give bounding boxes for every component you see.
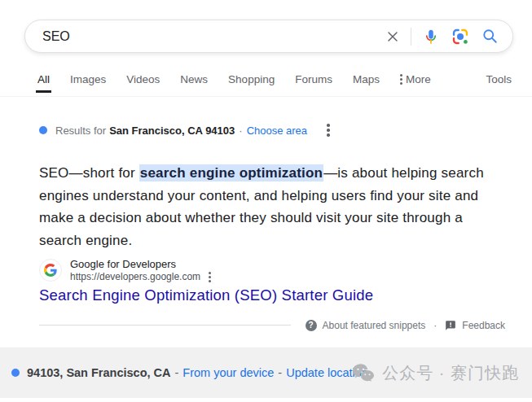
footer-location-dot-icon — [11, 369, 20, 377]
tab-all[interactable]: All — [36, 73, 51, 93]
tab-more[interactable]: More — [398, 73, 433, 93]
result-tabs: All Images Videos News Shopping Forums M… — [37, 73, 512, 93]
tab-news[interactable]: News — [178, 73, 209, 93]
clear-icon[interactable] — [383, 27, 402, 46]
snippet-before: SEO—short for — [39, 165, 139, 181]
choose-area-link[interactable]: Choose area — [247, 125, 307, 137]
location-value: San Francisco, CA 94103 — [109, 125, 235, 137]
header-divider — [0, 96, 532, 97]
location-separator: · — [239, 125, 242, 137]
footer-bar: 94103, San Francisco, CA - From your dev… — [0, 347, 532, 398]
tab-shopping[interactable]: Shopping — [226, 73, 276, 93]
tab-more-label: More — [406, 73, 431, 85]
help-icon[interactable]: ? — [306, 320, 317, 331]
from-your-device-label: From your device — [182, 366, 274, 379]
tools-button[interactable]: Tools — [484, 73, 513, 93]
tab-images[interactable]: Images — [68, 73, 108, 93]
about-featured-snippets-link[interactable]: About featured snippets — [323, 320, 426, 331]
google-lens-icon[interactable] — [451, 27, 470, 46]
source-text-block: Google for Developers https://developers… — [70, 257, 211, 283]
result-source[interactable]: Google for Developers https://developers… — [39, 257, 211, 283]
search-bar[interactable] — [24, 20, 513, 53]
watermark: 公众号 · 赛门快跑 — [351, 362, 519, 384]
featured-snippet-text: SEO—short for search engine optimization… — [39, 162, 499, 251]
feedback-link[interactable]: Feedback — [462, 320, 505, 331]
more-dots-icon — [400, 74, 402, 85]
search-bar-icons — [383, 27, 512, 46]
search-input[interactable] — [25, 29, 383, 44]
location-menu-icon[interactable] — [325, 122, 332, 138]
location-bar: Results for San Francisco, CA 94103 · Ch… — [39, 124, 332, 137]
location-dot-icon — [39, 126, 47, 134]
tab-videos[interactable]: Videos — [125, 73, 161, 93]
search-icon[interactable] — [480, 27, 499, 46]
footer-location-block: 94103, San Francisco, CA - From your dev… — [11, 366, 368, 379]
feedback-icon[interactable] — [445, 320, 456, 331]
results-for-label: Results for — [55, 125, 106, 137]
footer-location: 94103, San Francisco, CA — [27, 366, 171, 379]
source-name[interactable]: Google for Developers — [70, 257, 211, 271]
snippet-divider — [39, 325, 291, 326]
watermark-text: 公众号 · 赛门快跑 — [382, 362, 519, 384]
snippet-footer-row: ? About featured snippets · Feedback — [39, 318, 505, 332]
snippet-highlight: search engine optimization — [139, 164, 323, 181]
about-separator: · — [433, 320, 437, 331]
source-menu-icon[interactable] — [209, 272, 211, 282]
tab-maps[interactable]: Maps — [351, 73, 381, 93]
footer-dash: - — [175, 366, 179, 379]
google-favicon-icon — [39, 259, 62, 282]
result-title-link[interactable]: Search Engine Optimization (SEO) Starter… — [39, 286, 373, 304]
source-url: https://developers.google.com — [70, 271, 200, 283]
search-bar-divider — [411, 28, 411, 46]
footer-dash: - — [278, 366, 282, 379]
wechat-icon — [351, 362, 376, 383]
microphone-icon[interactable] — [421, 27, 441, 46]
tab-forums[interactable]: Forums — [293, 73, 334, 93]
